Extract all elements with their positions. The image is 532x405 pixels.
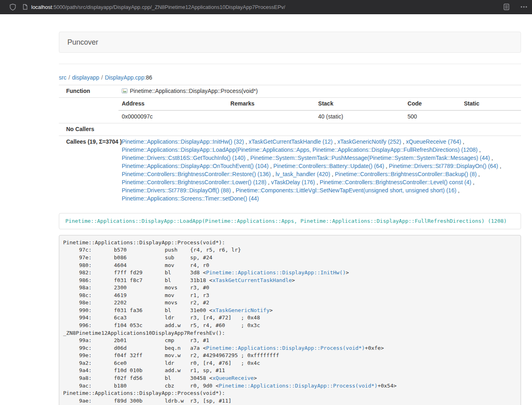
app-navbar: Puncover [59, 32, 521, 53]
callee-link[interactable]: xTaskGenericNotify (252) [337, 138, 401, 145]
no-callers-cell [118, 123, 521, 136]
url-host: localhost [31, 4, 52, 10]
callee-separator: , [490, 155, 493, 161]
callee-link[interactable]: xQueueReceive (764) [406, 138, 461, 145]
column-remarks: Remarks [227, 98, 315, 110]
symbol-link[interactable]: xTaskGetCurrentTaskHandle [212, 277, 292, 283]
callee-link[interactable]: Pinetime::Drivers::Cst816S::GetTouchInfo… [122, 155, 246, 161]
callee-link[interactable]: Pinetime::Components::LittleVgl::SetNewT… [236, 187, 457, 194]
highlighted-symbol-panel: Pinetime::Applications::DisplayApp::Load… [59, 213, 521, 229]
remarks-value [227, 110, 315, 123]
stack-value: 40 (static) [315, 110, 404, 123]
metrics-row: Address Remarks Stack Code Static 0x0000… [59, 97, 521, 123]
callee-separator: , [266, 179, 271, 185]
callee-separator: , [471, 179, 474, 185]
symbol-info-table: Function Pinetime::Applications::Display… [59, 85, 521, 205]
column-stack: Stack [315, 98, 404, 110]
callees-list: Pinetime::Applications::DisplayApp::Init… [118, 136, 521, 205]
disassembly: Pinetime::Applications::DisplayApp::Proc… [59, 235, 521, 405]
callee-separator: , [246, 155, 250, 161]
symbol-link[interactable]: Pinetime::Applications::DisplayApp::Proc… [206, 345, 365, 351]
callee-separator: , [384, 163, 389, 169]
metrics-table-cell: Address Remarks Stack Code Static 0x0000… [118, 97, 521, 123]
highlighted-symbol-text: Pinetime::Applications::DisplayApp::Load… [65, 218, 507, 224]
callee-separator: , [333, 138, 338, 145]
callee-link[interactable]: Pinetime::System::SystemTask::PushMessag… [250, 155, 490, 161]
callee-link[interactable]: xTaskGetCurrentTaskHandle (12) [249, 138, 333, 145]
no-callers-row: No Callers [59, 123, 521, 136]
reader-view-icon[interactable] [504, 4, 509, 10]
callee-link[interactable]: Pinetime::Controllers::BrightnessControl… [320, 179, 471, 185]
callee-separator: , [330, 171, 335, 177]
symbol-type-icon [122, 88, 127, 94]
address-value: 0x0000097c [118, 110, 227, 123]
callee-separator: , [401, 138, 406, 145]
callee-link[interactable]: Pinetime::Controllers::BrightnessControl… [335, 171, 476, 177]
column-code: Code [404, 98, 461, 110]
callee-separator: , [457, 187, 460, 194]
app-brand[interactable]: Puncover [59, 38, 106, 46]
callee-link[interactable]: Pinetime::Controllers::BrightnessControl… [122, 171, 271, 177]
callee-separator: , [478, 146, 481, 153]
callee-separator: , [498, 163, 502, 169]
function-name-cell: Pinetime::Applications::DisplayApp::Proc… [118, 85, 521, 98]
divider [59, 64, 521, 64]
callee-link[interactable]: Pinetime::Drivers::St7789::DisplayOff() … [122, 187, 231, 194]
callee-separator: , [477, 171, 480, 177]
static-value [461, 110, 521, 123]
callee-link[interactable]: vTaskDelay (176) [271, 179, 315, 185]
callee-separator: , [461, 138, 464, 145]
callee-link[interactable]: Pinetime::Applications::DisplayApp::Load… [122, 146, 478, 153]
shield-icon[interactable] [10, 4, 16, 11]
function-label: Function [59, 85, 118, 98]
url-bar[interactable]: localhost:5000/path/src/displayapp/Displ… [23, 4, 493, 10]
overflow-menu-icon[interactable] [520, 4, 528, 10]
column-address: Address [118, 98, 227, 110]
toolbar-right-icons [493, 4, 528, 10]
breadcrumb-separator: / [99, 74, 105, 81]
breadcrumb-separator: / [67, 74, 72, 81]
callee-separator: , [271, 171, 276, 177]
symbol-link[interactable]: xTaskGenericNotify [212, 307, 269, 313]
metrics-table: Address Remarks Stack Code Static 0x0000… [118, 98, 521, 123]
callee-separator: , [244, 138, 249, 145]
metrics-row-spacer [59, 97, 118, 123]
breadcrumb-link-src[interactable]: src [59, 74, 67, 81]
callee-link[interactable]: Pinetime::Applications::Screens::Timer::… [122, 195, 259, 202]
metrics-header-row: Address Remarks Stack Code Static [118, 98, 521, 110]
page-icon [23, 4, 28, 10]
symbol-link[interactable]: xQueueReceive [212, 375, 254, 381]
callee-link[interactable]: Pinetime::Controllers::BrightnessControl… [122, 179, 266, 185]
callee-link[interactable]: Pinetime::Applications::DisplayApp::OnTo… [122, 163, 269, 169]
callee-link[interactable]: Pinetime::Drivers::St7789::DisplayOn() (… [389, 163, 498, 169]
code-value: 500 [404, 110, 461, 123]
breadcrumb: src/displayapp/DisplayApp.cpp:86 [59, 73, 521, 82]
callee-link[interactable]: lv_task_handler (420) [276, 171, 330, 177]
callees-label: Callees (19, Σ=3704 ) [59, 136, 118, 205]
function-row: Function Pinetime::Applications::Display… [59, 85, 521, 98]
page-content: Puncover src/displayapp/DisplayApp.cpp:8… [59, 14, 521, 405]
breadcrumb-link-displayapp[interactable]: displayapp [72, 74, 99, 81]
callees-row: Callees (19, Σ=3704 ) Pinetime::Applicat… [59, 136, 521, 205]
callee-separator: , [315, 179, 320, 185]
symbol-link[interactable]: Pinetime::Applications::DisplayApp::Init… [206, 269, 346, 276]
symbol-link[interactable]: Pinetime::Applications::DisplayApp::Proc… [219, 383, 377, 389]
url-path: :5000/path/src/displayapp/DisplayApp.cpp… [52, 4, 285, 10]
no-callers-label: No Callers [59, 123, 118, 136]
url-text: localhost:5000/path/src/displayapp/Displ… [31, 4, 285, 10]
callee-link[interactable]: Pinetime::Controllers::Battery::Update()… [274, 163, 384, 169]
breadcrumb-link-file[interactable]: DisplayApp.cpp: [105, 74, 146, 81]
callee-link[interactable]: Pinetime::Applications::DisplayApp::Init… [122, 138, 244, 145]
metrics-value-row: 0x0000097c 40 (static) 500 [118, 110, 521, 123]
breadcrumb-line-number: 86 [146, 74, 153, 81]
callee-separator: , [231, 187, 236, 194]
function-name: Pinetime::Applications::DisplayApp::Proc… [130, 88, 258, 94]
callee-separator: , [269, 163, 274, 169]
column-static: Static [461, 98, 521, 110]
browser-toolbar: localhost:5000/path/src/displayapp/Displ… [0, 0, 532, 14]
